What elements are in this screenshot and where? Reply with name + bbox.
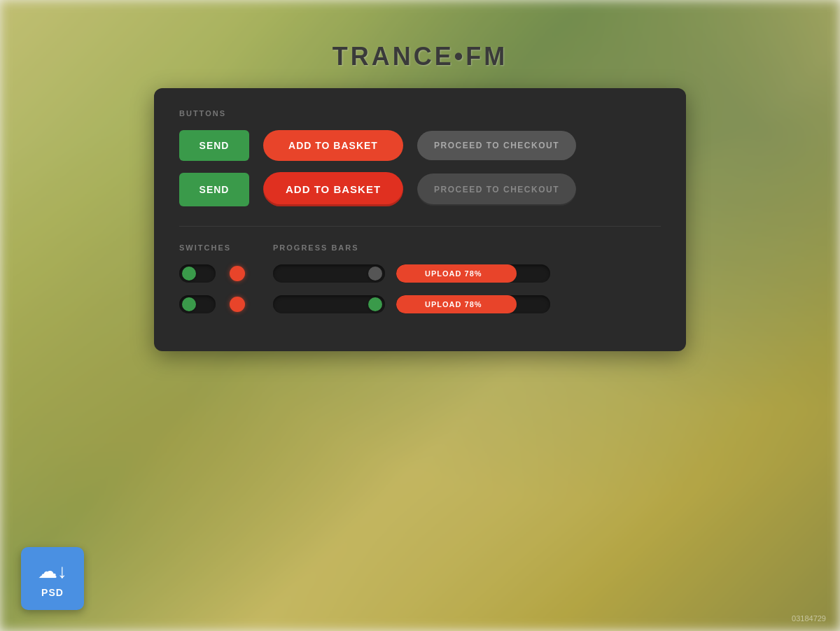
- psd-label: PSD: [41, 587, 64, 598]
- buttons-label: BUTTONS: [179, 109, 661, 118]
- add-to-basket-button-2[interactable]: ADD TO BASKET: [263, 172, 403, 206]
- ui-panel: BUTTONS SEND ADD TO BASKET PROCEED TO CH…: [154, 88, 686, 351]
- divider: [179, 226, 661, 227]
- radio-red-1[interactable]: [230, 266, 245, 281]
- logo: TRANCE•FM: [332, 42, 508, 71]
- proceed-to-checkout-button-1[interactable]: PROCEED TO CHECKOUT: [417, 131, 576, 160]
- add-to-basket-button-1[interactable]: ADD TO BASKET: [263, 130, 403, 161]
- progress-slider-1[interactable]: [273, 264, 385, 283]
- upload-text-1: UPLOAD 78%: [425, 269, 488, 278]
- upload-text-2: UPLOAD 78%: [425, 300, 488, 309]
- upload-bar-2: UPLOAD 78%: [396, 295, 550, 313]
- upload-fill-2: UPLOAD 78%: [396, 295, 517, 313]
- download-cloud-icon: ☁↓: [38, 560, 67, 583]
- send-button-2[interactable]: SEND: [179, 173, 249, 206]
- progress-row-1: UPLOAD 78%: [273, 264, 661, 283]
- watermark: 03184729: [792, 614, 826, 623]
- upload-bar-1: UPLOAD 78%: [396, 264, 550, 283]
- progress-section: PROGRESS BARS UPLOAD 78% UPLOAD 78%: [273, 243, 661, 326]
- buttons-section: BUTTONS SEND ADD TO BASKET PROCEED TO CH…: [179, 109, 661, 206]
- psd-badge[interactable]: ☁↓ PSD: [21, 547, 84, 610]
- proceed-to-checkout-button-2[interactable]: PROCEED TO CHECKOUT: [417, 173, 576, 206]
- send-button-1[interactable]: SEND: [179, 130, 249, 161]
- switches-label: SWITCHES: [179, 243, 245, 252]
- switches-section: SWITCHES: [179, 243, 245, 326]
- toggle-switch-on-2[interactable]: [179, 295, 216, 313]
- bottom-sections: SWITCHES PROGRESS BARS UPLOAD: [179, 243, 661, 326]
- main-content: TRANCE•FM BUTTONS SEND ADD TO BASKET PRO…: [0, 0, 840, 631]
- switches-row-1: [179, 264, 245, 283]
- progress-slider-2[interactable]: [273, 295, 385, 313]
- buttons-row-2: SEND ADD TO BASKET PROCEED TO CHECKOUT: [179, 172, 661, 206]
- upload-fill-1: UPLOAD 78%: [396, 264, 517, 283]
- switches-row-2: [179, 295, 245, 313]
- toggle-switch-on-1[interactable]: [179, 264, 216, 283]
- progress-label: PROGRESS BARS: [273, 243, 661, 252]
- buttons-row-1: SEND ADD TO BASKET PROCEED TO CHECKOUT: [179, 130, 661, 161]
- radio-red-2[interactable]: [230, 297, 245, 312]
- progress-row-2: UPLOAD 78%: [273, 295, 661, 313]
